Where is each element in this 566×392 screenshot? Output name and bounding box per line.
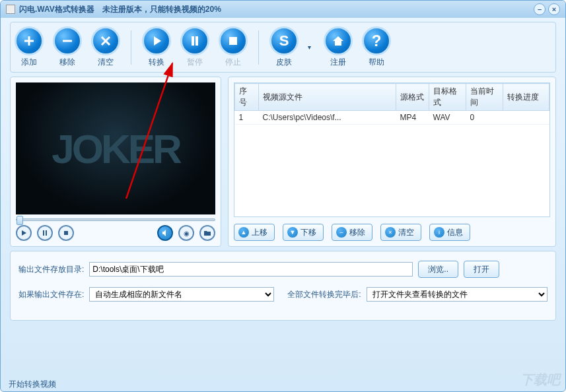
s-icon: S (279, 32, 289, 49)
minus-icon (61, 34, 74, 48)
list-clear-button[interactable]: ×清空 (380, 224, 421, 241)
after-select[interactable]: 打开文件夹查看转换的文件 (367, 287, 548, 302)
question-icon: ? (372, 32, 382, 50)
home-icon (332, 34, 345, 48)
col-time[interactable]: 当前时间 (466, 84, 503, 111)
player-stop-button[interactable] (58, 225, 74, 241)
table-row[interactable]: 1 C:\Users\pc\Videos\f... MP4 WAV 0 (235, 111, 549, 125)
file-list-panel: 序号 视频源文件 源格式 目标格式 当前时间 转换进度 1 C:\Users\p… (228, 77, 556, 247)
up-icon: ▲ (238, 227, 249, 238)
remove-button[interactable]: 移除 (53, 26, 82, 68)
after-label: 全部文件转换完毕后: (287, 289, 361, 300)
move-up-button[interactable]: ▲上移 (234, 224, 275, 241)
move-down-button[interactable]: ▼下移 (283, 224, 324, 241)
svg-rect-0 (229, 37, 237, 45)
skin-dropdown[interactable]: ▾ (308, 33, 314, 62)
stop-icon (227, 34, 240, 48)
pause-button[interactable]: 暂停 (180, 26, 209, 68)
minimize-button[interactable]: – (534, 3, 546, 15)
down-icon: ▼ (287, 227, 298, 238)
convert-button[interactable]: 转换 (142, 26, 171, 68)
main-toolbar: 添加 移除 清空 转换 暂停 停止 S 皮肤 ▾ 注 (10, 22, 556, 73)
info-button[interactable]: i信息 (429, 224, 470, 241)
output-dir-label: 输出文件存放目录: (18, 264, 84, 275)
register-button[interactable]: 注册 (324, 26, 353, 68)
snapshot-button[interactable]: ◉ (178, 225, 194, 241)
col-srcfmt[interactable]: 源格式 (396, 84, 429, 111)
video-preview: JOKER (16, 82, 215, 214)
volume-button[interactable] (157, 225, 173, 241)
browse-button[interactable]: 浏览.. (418, 261, 458, 278)
status-bar: 开始转换视频 (9, 379, 56, 390)
col-index[interactable]: 序号 (235, 84, 259, 111)
play-icon (150, 34, 163, 48)
output-settings: 输出文件存放目录: 浏览.. 打开 如果输出文件存在: 自动生成相应的新文件名 … (10, 251, 556, 321)
minus-icon: – (336, 227, 347, 238)
list-remove-button[interactable]: –移除 (332, 224, 372, 241)
exists-label: 如果输出文件存在: (18, 289, 84, 300)
exists-select[interactable]: 自动生成相应的新文件名 (89, 287, 274, 302)
help-button[interactable]: ? 帮助 (362, 26, 391, 68)
add-button[interactable]: 添加 (15, 26, 44, 68)
player-pause-button[interactable] (37, 225, 53, 241)
window-title: 闪电.WAV格式转换器 未注册版本，只能转换视频的20% (19, 4, 531, 15)
player-play-button[interactable] (16, 225, 32, 241)
stop-button[interactable]: 停止 (219, 26, 248, 68)
close-button[interactable]: × (548, 3, 560, 15)
open-button[interactable]: 打开 (464, 261, 499, 278)
output-dir-field[interactable] (89, 262, 413, 277)
clear-button[interactable]: 清空 (91, 26, 120, 68)
x-icon: × (385, 227, 396, 238)
pause-icon (188, 34, 201, 48)
svg-rect-1 (64, 231, 68, 235)
watermark: 下载吧 (520, 371, 560, 389)
col-prog[interactable]: 转换进度 (503, 84, 549, 111)
info-icon: i (434, 227, 444, 238)
x-icon (99, 34, 112, 48)
file-table: 序号 视频源文件 源格式 目标格式 当前时间 转换进度 1 C:\Users\p… (234, 83, 549, 125)
plus-icon (22, 34, 36, 48)
col-tgtfmt[interactable]: 目标格式 (429, 84, 466, 111)
app-icon (6, 5, 15, 14)
folder-button[interactable] (199, 225, 215, 241)
col-source[interactable]: 视频源文件 (259, 84, 396, 111)
seek-slider[interactable] (16, 218, 215, 221)
skin-button[interactable]: S 皮肤 (269, 26, 299, 68)
preview-panel: JOKER ◉ (10, 77, 221, 247)
